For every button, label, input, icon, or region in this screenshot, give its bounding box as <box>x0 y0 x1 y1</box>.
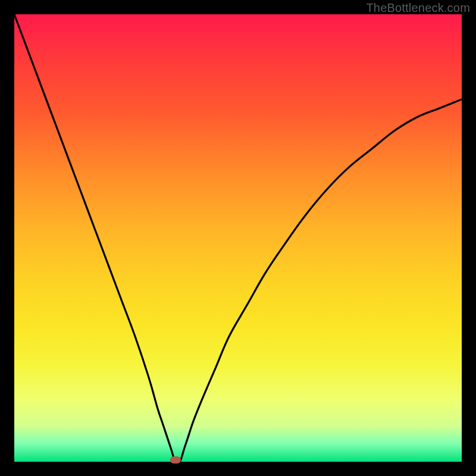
chart-frame: TheBottleneck.com <box>0 0 476 476</box>
plot-area <box>14 14 462 462</box>
watermark-text: TheBottleneck.com <box>366 1 470 15</box>
bottleneck-curve <box>14 14 462 462</box>
minimum-marker <box>170 456 181 464</box>
